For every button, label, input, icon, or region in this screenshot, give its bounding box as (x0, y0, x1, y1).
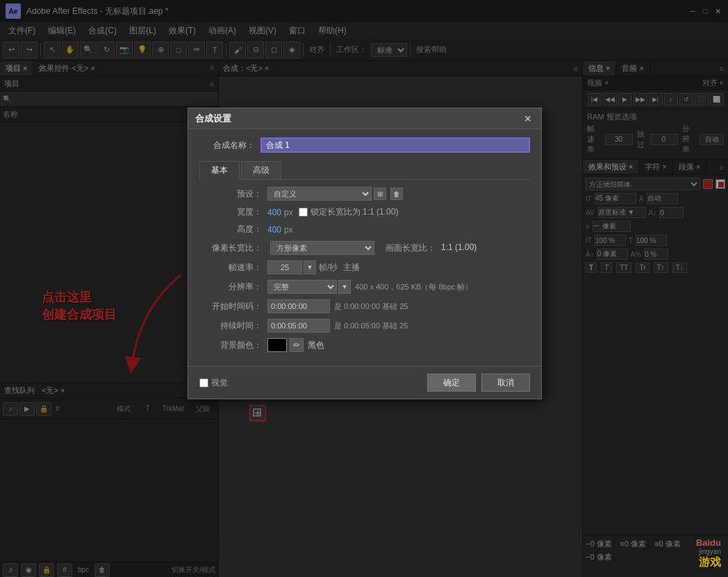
comp-name-label: 合成名称： (199, 140, 255, 151)
duration-label: 持续时间： (199, 320, 262, 332)
lock-ratio-checkbox[interactable] (299, 208, 308, 217)
dialog-body: 合成名称： 基本 高级 预设： 自定义 ⊞ 🗑 宽度： 400 (188, 129, 541, 366)
eyedropper-btn[interactable]: ✏ (290, 338, 304, 352)
frame-ratio-value: 1:1 (1.00) (441, 242, 477, 253)
confirm-button[interactable]: 确定 (427, 374, 476, 392)
watermark: Baidu jingyan 游戏 (696, 537, 721, 570)
preset-icon-btn[interactable]: ⊞ (374, 187, 386, 200)
width-row: 宽度： 400 px 锁定长宽比为 1:1 (1.00) (199, 206, 530, 218)
width-value[interactable]: 400 (267, 208, 281, 217)
resolution-info: 400 x 400，625 KB（每 8bpc 帧） (355, 282, 472, 292)
duration-input[interactable] (267, 319, 330, 333)
height-value[interactable]: 400 (267, 225, 281, 235)
cancel-button[interactable]: 取消 (481, 374, 530, 392)
comp-name-input[interactable] (260, 137, 530, 153)
dialog-overlay: 合成设置 ✕ 合成名称： 基本 高级 预设： 自定义 ⊞ 🗑 (0, 0, 728, 577)
frame-rate-unit: 帧/秒 (319, 262, 338, 274)
preset-row: 预设： 自定义 ⊞ 🗑 (199, 187, 530, 201)
dialog-tabs: 基本 高级 (199, 161, 530, 180)
frame-ratio-label: 画面长宽比： (386, 242, 436, 254)
bg-color-label: 背景颜色： (199, 340, 262, 351)
resolution-row: 分辨率： 完整 ▼ 400 x 400，625 KB（每 8bpc 帧） (199, 280, 530, 294)
start-time-label: 开始时间码： (199, 301, 262, 312)
dialog-titlebar: 合成设置 ✕ (188, 108, 541, 129)
watermark-game: 游戏 (699, 555, 721, 570)
dialog-footer: 视觉 确定 取消 (188, 366, 541, 399)
bg-color-row: 背景颜色： ✏ 黑色 (199, 338, 530, 352)
lock-ratio-label: 锁定长宽比为 1:1 (1.00) (299, 206, 399, 218)
frame-rate-row: 帧速率： ▼ 帧/秒 主播 (199, 260, 530, 274)
composition-settings-dialog: 合成设置 ✕ 合成名称： 基本 高级 预设： 自定义 ⊞ 🗑 (188, 108, 542, 399)
frame-rate-label: 帧速率： (199, 262, 262, 274)
bg-color-name: 黑色 (308, 340, 324, 351)
bg-color-swatch[interactable] (267, 338, 287, 352)
duration-row: 持续时间： 是 0:00:05:00 基础 25 (199, 319, 530, 333)
preset-label: 预设： (199, 188, 262, 200)
frame-rate-input[interactable] (267, 260, 302, 274)
resolution-select[interactable]: 完整 (267, 280, 337, 294)
preview-checkbox-label: 视觉 (199, 374, 228, 392)
pixel-ratio-select[interactable]: 方形像素 (270, 241, 374, 255)
preset-select[interactable]: 自定义 (267, 187, 372, 201)
advanced-tab[interactable]: 高级 (241, 161, 281, 179)
height-row: 高度： 400 px (199, 224, 530, 235)
watermark-jingyan: jingyan (699, 548, 721, 555)
comp-name-row: 合成名称： (199, 137, 530, 153)
duration-info: 是 0:00:05:00 基础 25 (334, 321, 408, 331)
resolution-label: 分辨率： (199, 281, 262, 293)
dialog-title-text: 合成设置 (195, 112, 522, 125)
width-unit: px (284, 208, 293, 217)
preset-del-btn[interactable]: 🗑 (390, 187, 403, 200)
preview-checkbox[interactable] (199, 378, 208, 387)
watermark-baidu: Baidu (696, 537, 721, 548)
height-label: 高度： (199, 224, 262, 235)
start-time-info: 是 0:00:00:00 基础 25 (334, 301, 408, 312)
start-time-row: 开始时间码： 是 0:00:00:00 基础 25 (199, 299, 530, 313)
resolution-dropdown[interactable]: ▼ (338, 280, 351, 294)
pixel-ratio-label: 像素长宽比： (199, 242, 262, 254)
shutter-label: 主播 (343, 262, 360, 274)
width-label: 宽度： (199, 206, 262, 218)
dialog-close-button[interactable]: ✕ (522, 112, 534, 125)
frame-rate-dropdown[interactable]: ▼ (304, 260, 316, 274)
basic-tab[interactable]: 基本 (199, 161, 240, 180)
start-time-input[interactable] (267, 299, 330, 313)
pixel-ratio-row: 像素长宽比： 方形像素 画面长宽比： 1:1 (1.00) (199, 241, 530, 255)
height-unit: px (284, 225, 293, 235)
